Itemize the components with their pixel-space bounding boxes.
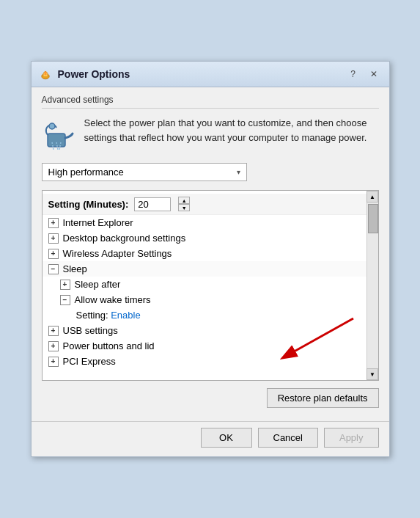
cancel-button[interactable]: Cancel <box>258 428 318 448</box>
expand-icon[interactable]: + <box>48 233 59 244</box>
tree-item-allow-wake-timers[interactable]: − Allow wake timers <box>43 292 366 307</box>
tree-item-usb-settings[interactable]: + USB settings <box>43 323 366 338</box>
window-body: Advanced settings Select the power plan … <box>32 87 389 421</box>
tree-item-sleep[interactable]: − Sleep <box>43 261 366 277</box>
settings-header-row: Setting (Minutes): ▲ ▼ <box>43 194 366 215</box>
tree-label: USB settings <box>63 325 118 336</box>
title-controls: ? ✕ <box>345 66 382 82</box>
tree-item-sleep-after[interactable]: + Sleep after <box>43 277 366 292</box>
info-text: Select the power plan that you want to c… <box>84 116 379 145</box>
help-button[interactable]: ? <box>345 66 361 82</box>
collapse-icon[interactable]: − <box>48 264 59 274</box>
svg-rect-1 <box>48 134 65 147</box>
tree-label: PCI Express <box>63 356 116 367</box>
close-button[interactable]: ✕ <box>366 66 382 82</box>
tree-item-desktop-bg[interactable]: + Desktop background settings <box>43 230 366 246</box>
scroll-thumb[interactable] <box>368 204 378 233</box>
spin-down-button[interactable]: ▼ <box>178 204 190 211</box>
tree-label: Allow wake timers <box>75 294 151 305</box>
window-icon <box>39 68 52 81</box>
section-label: Advanced settings <box>42 95 379 109</box>
tree-label: Internet Explorer <box>63 217 133 228</box>
tree-item-power-buttons[interactable]: + Power buttons and lid <box>43 338 366 354</box>
tree-label: Desktop background settings <box>63 233 186 244</box>
tree-item-allow-wake-setting[interactable]: Setting: Enable <box>43 307 366 323</box>
tree-item-pci-express[interactable]: + PCI Express <box>43 354 366 369</box>
restore-defaults-button[interactable]: Restore plan defaults <box>267 388 379 408</box>
title-bar: Power Options ? ✕ <box>32 62 389 87</box>
button-row: OK Cancel Apply <box>32 421 389 456</box>
settings-content[interactable]: Setting (Minutes): ▲ ▼ + Internet Explor… <box>43 191 366 380</box>
minutes-input[interactable] <box>134 197 171 211</box>
scroll-down-button[interactable]: ▼ <box>366 368 378 380</box>
scroll-up-button[interactable]: ▲ <box>366 191 378 203</box>
apply-button[interactable]: Apply <box>324 428 379 448</box>
expand-icon[interactable]: + <box>48 357 59 367</box>
ok-button[interactable]: OK <box>201 428 252 448</box>
power-options-window: Power Options ? ✕ Advanced settings Sele… <box>31 61 390 457</box>
expand-icon[interactable]: + <box>48 249 59 259</box>
expand-icon[interactable]: + <box>48 218 59 228</box>
svg-point-2 <box>49 123 55 129</box>
tree-label: Sleep after <box>75 279 121 290</box>
tree-item-internet-explorer[interactable]: + Internet Explorer <box>43 215 366 230</box>
tree-label: Wireless Adapter Settings <box>63 248 172 259</box>
tree-label: Power buttons and lid <box>63 340 155 351</box>
settings-panel: Setting (Minutes): ▲ ▼ + Internet Explor… <box>42 190 379 381</box>
setting-value[interactable]: Enable <box>111 310 140 321</box>
chevron-down-icon: ▾ <box>237 168 240 176</box>
power-plan-icon <box>42 119 75 153</box>
settings-header-label: Setting (Minutes): <box>48 199 129 210</box>
tree-item-wireless[interactable]: + Wireless Adapter Settings <box>43 246 366 261</box>
plan-dropdown[interactable]: High performance ▾ <box>42 163 247 181</box>
collapse-icon[interactable]: − <box>60 295 70 305</box>
dropdown-value: High performance <box>48 167 124 178</box>
action-row: Restore plan defaults <box>42 388 379 408</box>
plan-dropdown-row: High performance ▾ <box>42 163 379 181</box>
expand-icon[interactable]: + <box>60 280 70 290</box>
scroll-track[interactable] <box>367 203 378 368</box>
expand-icon[interactable]: + <box>48 341 59 351</box>
settings-scrollbar: ▲ ▼ <box>366 191 378 380</box>
info-row: Select the power plan that you want to c… <box>42 116 379 153</box>
tree-label: Sleep <box>63 263 87 274</box>
setting-label: Setting: <box>76 310 111 321</box>
spin-control[interactable]: ▲ ▼ <box>178 197 190 211</box>
window-title: Power Options <box>58 68 345 80</box>
expand-icon[interactable]: + <box>48 326 59 336</box>
spin-up-button[interactable]: ▲ <box>178 197 190 204</box>
